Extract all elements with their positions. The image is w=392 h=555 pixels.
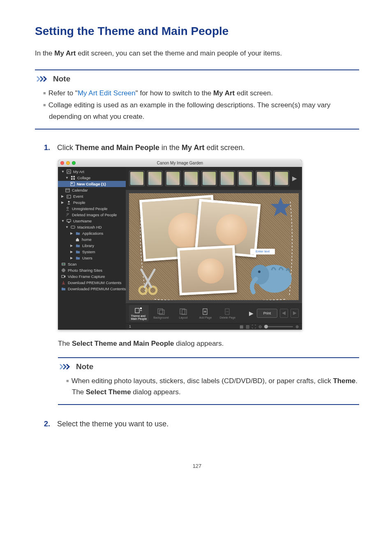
zoom-out-icon[interactable]: ⊖	[258, 324, 262, 329]
inner-note-box: Note ■When editing photo layouts, sticke…	[58, 357, 359, 405]
people-icon	[67, 200, 71, 205]
collage-item-icon	[70, 182, 75, 186]
thumbnail[interactable]	[201, 171, 217, 186]
step-number: 2.	[44, 418, 53, 430]
thumbnail[interactable]	[165, 171, 181, 186]
calendar-icon	[65, 188, 70, 192]
thumb-large-icon[interactable]: ▥	[246, 324, 249, 329]
video-icon	[61, 274, 66, 279]
sidebar-item-machd[interactable]: ▼Macintosh HD	[58, 224, 126, 230]
delete-page-button[interactable]: Delete Page	[218, 305, 238, 321]
svg-marker-23	[271, 197, 291, 216]
svg-point-12	[67, 207, 69, 208]
bullet-icon: ■	[66, 378, 71, 383]
page-title: Setting the Theme and Main People	[35, 25, 359, 38]
note-chevrons-icon	[37, 76, 51, 82]
folder-icon	[76, 231, 80, 236]
svg-point-11	[68, 201, 69, 202]
svg-point-28	[149, 287, 157, 294]
my-art-edit-screen-link[interactable]: My Art Edit Screen	[78, 89, 136, 97]
toolbar-scroll-right-icon[interactable]: ▶	[248, 310, 254, 317]
sidebar-item-new-collage[interactable]: New Collage (1)	[58, 181, 126, 187]
note-chevrons-icon	[60, 363, 74, 370]
collage-canvas[interactable]: Enter text	[129, 193, 299, 300]
note-label: Note	[76, 362, 93, 371]
enter-text-placeholder[interactable]: Enter text	[250, 249, 275, 254]
sidebar-item-applications[interactable]: ▶Applications	[58, 230, 126, 236]
sidebar-item-scan[interactable]: Scan	[58, 261, 126, 267]
page-number: 127	[35, 463, 359, 469]
scan-icon	[61, 262, 66, 266]
svg-rect-15	[67, 219, 71, 222]
svg-rect-3	[71, 178, 73, 180]
sidebar-item-collage[interactable]: ▼Collage	[58, 175, 126, 181]
fullscreen-icon[interactable]: ⛶	[252, 324, 256, 329]
sidebar-item-dlpremium[interactable]: Download PREMIUM Contents	[58, 280, 126, 286]
background-button[interactable]: Background	[151, 305, 171, 321]
nav-next-button[interactable]: ⯈	[291, 309, 299, 318]
sidebar-item-sharing[interactable]: Photo Sharing Sites	[58, 267, 126, 273]
note-label: Note	[53, 74, 70, 83]
svg-rect-29	[135, 308, 139, 313]
zoom-in-icon[interactable]: ⊕	[295, 324, 299, 329]
computer-icon	[67, 219, 71, 223]
thumbnail[interactable]	[219, 171, 235, 186]
sidebar-item-event[interactable]: ▶Event	[58, 193, 126, 199]
sidebar-item-calendar[interactable]: Calendar	[58, 187, 126, 193]
sidebar-item-people[interactable]: ▶People	[58, 199, 126, 206]
thumbnail[interactable]	[147, 171, 163, 186]
step1-result-text: The Select Theme and Main People dialog …	[58, 338, 359, 349]
sidebar-item-username[interactable]: ▼UserName	[58, 218, 126, 224]
sidebar-item-deleted[interactable]: Deleted Images of People	[58, 212, 126, 218]
sidebar-item-library[interactable]: ▶Library	[58, 243, 126, 249]
sidebar-item-system[interactable]: ▶System	[58, 249, 126, 255]
download-icon	[61, 280, 66, 285]
thumbnail[interactable]	[129, 171, 145, 186]
sidebar-item-home[interactable]: home	[58, 236, 126, 243]
thumbnail[interactable]	[274, 171, 289, 186]
thumb-small-icon[interactable]: ▦	[240, 324, 243, 329]
folder-icon	[76, 250, 80, 254]
svg-rect-34	[182, 310, 187, 314]
star-cutout-icon	[270, 197, 291, 218]
add-page-button[interactable]: Add Page	[196, 305, 215, 321]
delete-page-icon	[224, 308, 232, 315]
sidebar-item-users[interactable]: ▶Users	[58, 255, 126, 261]
sidebar: ▼My Art ▼Collage New Collage (1) Calenda…	[58, 167, 126, 330]
theme-main-people-button[interactable]: Theme and Main People	[129, 305, 149, 321]
thumbnail[interactable]	[238, 171, 253, 186]
sidebar-item-vfc[interactable]: Video Frame Capture	[58, 273, 126, 280]
zoom-slider[interactable]	[264, 326, 293, 327]
layout-button[interactable]: Layout	[173, 305, 193, 321]
thumbnail[interactable]	[183, 171, 199, 186]
note-item: ■Collage editing is used as an example i…	[35, 99, 359, 122]
note-item: ■When editing photo layouts, stickers, d…	[58, 375, 359, 398]
collage-icon	[71, 176, 75, 180]
sidebar-item-dledpremium[interactable]: Downloaded PREMIUM Contents	[58, 286, 126, 292]
bullet-icon: ■	[43, 90, 48, 95]
deleted-icon	[65, 213, 70, 217]
thumbnail[interactable]	[256, 171, 271, 186]
sidebar-item-myart[interactable]: ▼My Art	[58, 169, 126, 175]
step-number: 1.	[44, 142, 53, 154]
note-box: Note ■Refer to "My Art Edit Screen" for …	[35, 69, 359, 130]
nav-prev-button[interactable]: ⯇	[280, 309, 288, 318]
bullet-icon: ■	[43, 102, 48, 107]
disk-icon	[71, 225, 75, 229]
svg-rect-17	[71, 226, 75, 228]
collage-photo[interactable]	[177, 245, 237, 295]
print-button[interactable]: Print	[257, 309, 277, 318]
svg-point-10	[68, 196, 69, 197]
step-text: Select the theme you want to use.	[57, 418, 168, 430]
folder-icon	[61, 287, 66, 291]
folder-icon	[76, 256, 80, 260]
svg-rect-9	[67, 195, 71, 198]
thumbnail-next-icon[interactable]: ▶	[292, 175, 297, 182]
sharing-icon	[61, 268, 66, 273]
svg-rect-16	[68, 222, 70, 223]
svg-rect-1	[71, 176, 73, 177]
app-screenshot: Canon My Image Garden ▼My Art ▼Collage N…	[58, 160, 302, 330]
folder-icon	[76, 243, 80, 248]
svg-line-14	[66, 213, 69, 216]
sidebar-item-unregistered[interactable]: Unregistered People	[58, 206, 126, 212]
